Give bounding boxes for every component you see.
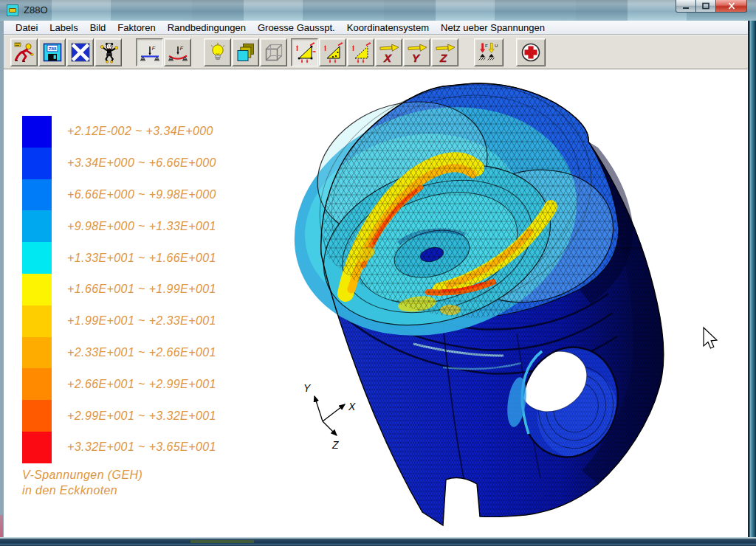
legend-color-swatch xyxy=(22,274,52,305)
floppy-icon: Z88 xyxy=(41,41,63,63)
menu-item-netz-ueber-spannungen[interactable]: Netz ueber Spannungen xyxy=(435,21,551,34)
legend-color-swatch xyxy=(22,179,52,211)
legend-row: +2.99E+001 ~ +3.32E+001 xyxy=(22,400,216,432)
menu-item-faktoren[interactable]: Faktoren xyxy=(111,21,161,34)
stress-triangle-mean-icon xyxy=(350,41,372,63)
legend-color-swatch xyxy=(22,210,52,242)
menu-item-groesse-gausspt[interactable]: Groesse Gausspt. xyxy=(252,21,341,34)
stress-element-mean-button[interactable] xyxy=(347,38,374,66)
window-border-bottom xyxy=(0,537,756,546)
legend-color-swatch xyxy=(22,432,52,463)
beam-deformed-icon: F xyxy=(167,41,189,63)
deformed-structure-button[interactable]: F xyxy=(164,38,191,66)
stress-triangle-gauss-icon xyxy=(322,41,344,63)
window-border-left xyxy=(0,21,4,546)
maximize-button[interactable] xyxy=(696,0,716,13)
deflection-y-button[interactable]: Y xyxy=(403,38,430,66)
menu-item-labels[interactable]: Labels xyxy=(44,21,83,34)
legend-row: +2.33E+001 ~ +2.66E+001 xyxy=(22,337,216,369)
menu-item-bild[interactable]: Bild xyxy=(84,21,112,34)
svg-text:Y: Y xyxy=(412,52,421,64)
legend-range-label: +3.34E+000 ~ +6.66E+000 xyxy=(67,156,216,170)
help-button[interactable] xyxy=(516,38,546,66)
coordinate-triad: Y X Z xyxy=(303,382,356,451)
legend-row: +3.34E+000 ~ +6.66E+000 xyxy=(22,148,216,179)
wire-cube-icon xyxy=(263,41,285,63)
axis-x-label: X xyxy=(348,401,356,412)
bulb-icon xyxy=(207,41,229,63)
legend-range-label: +6.66E+000 ~ +9.98E+000 xyxy=(67,188,216,201)
axis-z-label: Z xyxy=(331,439,339,451)
legend-range-label: +2.66E+001 ~ +2.99E+001 xyxy=(67,378,216,391)
stress-gauss-points-button[interactable] xyxy=(319,38,346,66)
svg-text:X: X xyxy=(383,52,392,64)
svg-text:Z: Z xyxy=(439,52,447,64)
panic-figure-icon xyxy=(97,41,120,63)
legend-color-swatch xyxy=(22,337,52,369)
legend-row: +6.66E+000 ~ +9.98E+000 xyxy=(22,179,216,211)
stacked-layers-icon xyxy=(235,41,257,63)
legend-row: +3.32E+001 ~ +3.65E+001 xyxy=(22,432,216,463)
menu-bar: DateiLabelsBildFaktorenRandbedingungenGr… xyxy=(3,21,749,35)
menu-item-datei[interactable]: Datei xyxy=(10,21,44,34)
menu-item-randbedingungen[interactable]: Randbedingungen xyxy=(162,21,252,34)
deflection-z-button[interactable]: Z xyxy=(431,38,458,66)
beam-undeformed-icon: F xyxy=(139,41,161,63)
border-artifact xyxy=(190,540,254,543)
svg-text:F: F xyxy=(485,44,488,48)
legend-range-label: +9.98E+000 ~ +1.33E+001 xyxy=(67,220,216,233)
menu-item-koordinatensystem[interactable]: Koordinatensystem xyxy=(341,21,435,34)
hidden-line-button[interactable] xyxy=(232,38,259,66)
force-displacement-icon: F U xyxy=(477,41,501,63)
legend-caption-line1: V-Spannungen (GEH) xyxy=(22,467,142,483)
toolbar: Z88 xyxy=(3,35,749,69)
minimize-button[interactable] xyxy=(676,0,696,13)
title-bar[interactable]: Z88O xyxy=(0,0,756,21)
legend-caption-line2: in den Eckknoten xyxy=(22,483,142,498)
axis-y-label: Y xyxy=(303,382,312,394)
arrow-x-icon: X xyxy=(378,41,400,63)
blue-cross-icon xyxy=(69,41,92,63)
legend-range-label: +3.32E+001 ~ +3.65E+001 xyxy=(67,440,216,454)
legend-range-label: +2.33E+001 ~ +2.66E+001 xyxy=(67,346,216,359)
legend-row: +9.98E+000 ~ +1.33E+001 xyxy=(22,210,216,242)
light-toggle-button[interactable] xyxy=(204,38,231,66)
close-icon xyxy=(727,2,736,10)
legend-color-swatch xyxy=(22,368,52,400)
legend-range-label: +1.66E+001 ~ +1.99E+001 xyxy=(67,283,216,296)
clear-view-button[interactable] xyxy=(66,38,94,66)
open-button[interactable] xyxy=(10,38,38,66)
legend-row: +1.66E+001 ~ +1.99E+001 xyxy=(22,274,216,305)
legend-color-swatch xyxy=(22,148,52,179)
window-controls xyxy=(676,0,747,13)
red-cross-icon xyxy=(520,41,542,63)
svg-text:Z88: Z88 xyxy=(48,46,56,51)
app-icon xyxy=(7,4,18,16)
boundary-conditions-button[interactable]: F U xyxy=(474,38,504,66)
arrow-y-icon: Y xyxy=(406,41,428,63)
minimize-icon xyxy=(681,2,690,10)
legend-row: +1.33E+001 ~ +1.66E+001 xyxy=(22,242,216,274)
legend-range-label: +1.33E+001 ~ +1.66E+001 xyxy=(67,252,216,265)
svg-text:F: F xyxy=(179,46,183,51)
piston-model xyxy=(264,69,687,528)
undeformed-structure-button[interactable]: F xyxy=(136,38,163,66)
legend-row: +2.12E-002 ~ +3.34E+000 xyxy=(22,116,216,148)
stress-legend: +2.12E-002 ~ +3.34E+000+3.34E+000 ~ +6.6… xyxy=(22,116,216,463)
legend-color-swatch xyxy=(22,305,52,337)
exit-button[interactable] xyxy=(94,38,122,66)
mouse-cursor xyxy=(704,328,717,348)
maximize-icon xyxy=(701,2,710,10)
svg-text:U: U xyxy=(495,44,498,48)
window-border-right xyxy=(748,21,756,546)
legend-caption: V-Spannungen (GEH) in den Eckknoten xyxy=(22,467,142,498)
wireframe-button[interactable] xyxy=(260,38,287,66)
close-button[interactable] xyxy=(716,0,747,13)
stress-corner-nodes-button[interactable] xyxy=(291,38,318,66)
window-title: Z88O xyxy=(24,4,48,15)
legend-color-swatch xyxy=(22,400,52,432)
save-button[interactable]: Z88 xyxy=(38,38,66,66)
fem-mesh-crown xyxy=(316,77,626,321)
border-artifact xyxy=(0,515,3,537)
deflection-x-button[interactable]: X xyxy=(375,38,402,66)
